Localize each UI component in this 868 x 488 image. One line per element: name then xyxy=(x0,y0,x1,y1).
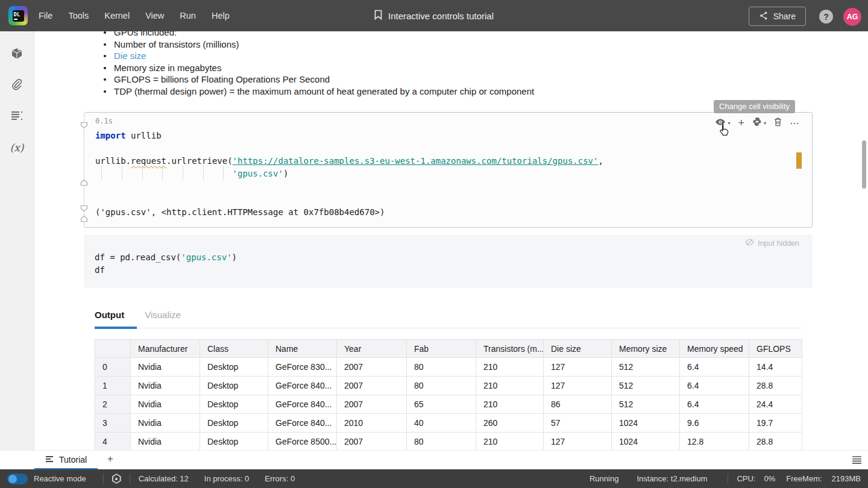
menu-run[interactable]: Run xyxy=(180,11,196,20)
bullet-item: GFLOPS = billions of Floating Operations… xyxy=(102,74,534,86)
status-bar: Reactive mode Calculated: 12 In process:… xyxy=(0,469,868,488)
table-cell: Desktop xyxy=(200,377,268,395)
table-cell: 12.8 xyxy=(680,433,749,451)
share-button[interactable]: Share xyxy=(749,7,806,26)
add-cell-button[interactable]: + xyxy=(738,118,744,128)
avatar[interactable]: AG xyxy=(843,8,861,26)
code-cell-2[interactable]: Input hidden df = pd.read_csv('gpus.csv'… xyxy=(84,235,813,288)
column-header: Year xyxy=(337,340,407,358)
table-cell: 86 xyxy=(544,395,612,414)
top-header: DL File Tools Kernel View Run Help Inter… xyxy=(0,0,868,31)
table-cell: 210 xyxy=(476,433,544,451)
table-cell: 6.4 xyxy=(680,395,749,414)
more-options-button[interactable]: ⋯ xyxy=(790,117,800,129)
notebook-title[interactable]: Interactive controls tutorial xyxy=(374,0,494,31)
table-cell: 1024 xyxy=(612,414,680,433)
avatar-initials: AG xyxy=(847,13,858,21)
table-cell: 210 xyxy=(476,377,544,395)
sheet-icon xyxy=(45,455,54,465)
table-row: 3NvidiaDesktopGeForce 840...201040260571… xyxy=(95,414,802,433)
column-header: Fab xyxy=(407,340,476,358)
table-cell: 57 xyxy=(544,414,612,433)
delete-cell-button[interactable] xyxy=(774,117,782,129)
row-index: 3 xyxy=(95,414,131,433)
cell-type-button[interactable]: ▾ xyxy=(752,117,766,129)
help-button[interactable]: ? xyxy=(819,10,833,23)
mem-value: 2193MB xyxy=(832,474,861,483)
table-cell: 9.6 xyxy=(680,414,749,433)
fold-handle-down[interactable] xyxy=(80,204,88,214)
table-cell: 80 xyxy=(407,358,476,377)
input-hidden-button[interactable]: Input hidden xyxy=(745,239,799,248)
share-label: Share xyxy=(773,11,796,21)
menu-kernel[interactable]: Kernel xyxy=(104,11,130,20)
reactive-mode-label: Reactive mode xyxy=(34,474,86,483)
dataframe-table: ManufacturerClassNameYearFabTransistors … xyxy=(95,339,802,451)
instance-type: Instance: t2.medium xyxy=(637,474,707,483)
eye-off-icon xyxy=(745,239,754,248)
code-url-link[interactable]: 'https://datalore-samples.s3-eu-west-1.a… xyxy=(233,156,599,166)
sheet-tab-tutorial[interactable]: Tutorial xyxy=(34,451,98,470)
menu-tools[interactable]: Tools xyxy=(68,11,89,20)
menu-bar: File Tools Kernel View Run Help xyxy=(39,11,230,20)
markdown-cell: GPUs included: Number of transistors (mi… xyxy=(102,27,534,98)
sheet-list-icon[interactable] xyxy=(852,455,862,467)
tab-output[interactable]: Output xyxy=(95,310,124,320)
table-cell: Nvidia xyxy=(131,377,200,395)
table-cell: 6.4 xyxy=(680,358,749,377)
attachments-icon[interactable] xyxy=(10,78,24,92)
table-of-contents-icon[interactable] xyxy=(10,110,24,123)
table-body: 0NvidiaDesktopGeForce 830...200780210127… xyxy=(95,358,802,451)
fold-handle-up[interactable] xyxy=(80,214,88,225)
sheet-tabbar: Tutorial + xyxy=(0,450,868,469)
active-tab-underline xyxy=(95,327,137,329)
code-line-2[interactable]: df xyxy=(95,265,105,275)
table-cell: Desktop xyxy=(200,358,268,377)
menu-file[interactable]: File xyxy=(39,11,52,20)
column-header: GFLOPS xyxy=(749,340,802,358)
table-cell: 127 xyxy=(544,377,612,395)
datalore-logo[interactable]: DL xyxy=(8,6,28,25)
table-cell: Nvidia xyxy=(131,433,200,451)
cell-output-text: ('gpus.csv', <http.client.HTTPMessage at… xyxy=(95,207,385,217)
table-row: 1NvidiaDesktopGeForce 840...200780210127… xyxy=(95,377,802,395)
fold-handle-up[interactable] xyxy=(80,178,88,189)
notebook-title-text: Interactive controls tutorial xyxy=(388,11,494,21)
table-cell: 2007 xyxy=(337,358,407,377)
table-cell: 65 xyxy=(407,395,476,414)
bullet-list: GPUs included: Number of transistors (mi… xyxy=(102,27,534,98)
tab-visualize[interactable]: Visualize xyxy=(145,310,181,320)
execution-time: 0.1s xyxy=(95,117,113,125)
table-cell: Desktop xyxy=(200,414,268,433)
table-cell: Desktop xyxy=(200,395,268,414)
reactive-mode-toggle[interactable] xyxy=(7,474,28,484)
add-sheet-button[interactable]: + xyxy=(107,453,113,465)
table-cell: 512 xyxy=(612,377,680,395)
code-line-3[interactable]: urllib.request.urlretrieve('https://data… xyxy=(95,156,603,166)
code-line-4[interactable]: 'gpus.csv') xyxy=(95,169,288,178)
table-cell: GeForce 840... xyxy=(268,377,337,395)
tooltip: Change cell visibility xyxy=(714,100,795,113)
code-line-1[interactable]: df = pd.read_csv('gpus.csv') xyxy=(95,252,237,262)
variables-icon[interactable]: (x) xyxy=(10,141,24,154)
hand-cursor xyxy=(718,124,729,139)
logo-text: DL xyxy=(14,11,20,17)
code-line-1[interactable]: import urllib xyxy=(95,131,162,140)
packages-icon[interactable] xyxy=(10,47,24,60)
kernel-status-icon[interactable] xyxy=(112,474,121,484)
table-cell: 210 xyxy=(476,395,544,414)
share-icon xyxy=(759,11,769,22)
table-cell: 24.4 xyxy=(749,395,802,414)
vertical-scrollbar[interactable] xyxy=(862,140,866,189)
menu-view[interactable]: View xyxy=(145,11,164,20)
fold-handle-down[interactable] xyxy=(80,120,88,131)
table-cell: 1024 xyxy=(612,433,680,451)
menu-help[interactable]: Help xyxy=(212,11,230,20)
table-cell: 260 xyxy=(476,414,544,433)
bullet-item-link[interactable]: Die size xyxy=(102,51,534,63)
code-cell-1[interactable]: 0.1s ▾ + ▾ ⋯ import urllib xyxy=(84,112,813,228)
bullet-item: Memory size in megabytes xyxy=(102,63,534,75)
table-cell: 2007 xyxy=(337,377,407,395)
table-cell: 127 xyxy=(544,433,612,451)
table-row: 4NvidiaDesktopGeForce 8500...20078021012… xyxy=(95,433,802,451)
